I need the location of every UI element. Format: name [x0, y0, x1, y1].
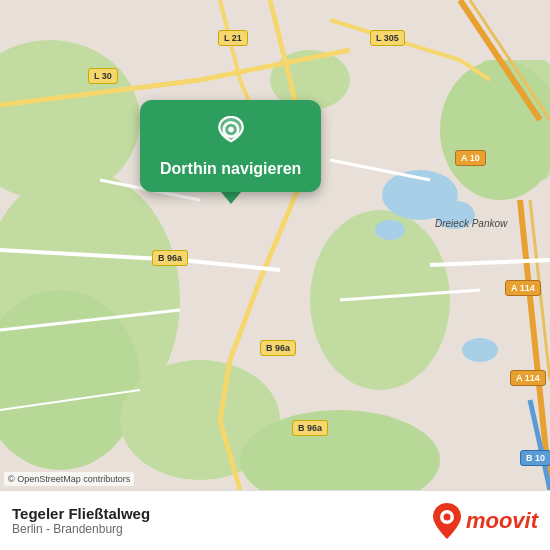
road-badge-a114-top: A 114 — [505, 280, 541, 296]
road-badge-a114-bot: A 114 — [510, 370, 546, 386]
svg-point-41 — [228, 127, 233, 132]
moovit-logo: moovit — [432, 503, 538, 539]
map-attribution: © OpenStreetMap contributors — [4, 472, 134, 486]
road-badge-l305: L 305 — [370, 30, 405, 46]
road-badge-a10: A 10 — [455, 150, 486, 166]
map-svg — [0, 0, 550, 490]
road-badge-b96a-top: B 96a — [152, 250, 188, 266]
location-pin-icon — [213, 116, 249, 152]
moovit-pin-icon — [432, 503, 462, 539]
place-label-dreieck: Dreieck Pankow — [435, 218, 507, 229]
popup-tail — [221, 192, 241, 204]
svg-point-13 — [462, 338, 498, 362]
map-view[interactable]: L 30 L 21 L 305 A 10 B 96a B 96a B 96a A… — [0, 0, 550, 490]
road-badge-l30: L 30 — [88, 68, 118, 84]
moovit-text: moovit — [466, 508, 538, 534]
bottom-bar: Tegeler Fließtalweg Berlin - Brandenburg… — [0, 490, 550, 550]
location-info: Tegeler Fließtalweg Berlin - Brandenburg — [12, 505, 432, 536]
navigation-popup[interactable]: Dorthin navigieren — [140, 100, 321, 204]
popup-bubble[interactable]: Dorthin navigieren — [140, 100, 321, 192]
location-subtitle: Berlin - Brandenburg — [12, 522, 432, 536]
svg-point-43 — [443, 513, 450, 520]
road-badge-b96a-bot: B 96a — [292, 420, 328, 436]
svg-point-12 — [375, 220, 405, 240]
road-badge-l21: L 21 — [218, 30, 248, 46]
location-title: Tegeler Fließtalweg — [12, 505, 432, 522]
popup-label: Dorthin navigieren — [160, 160, 301, 178]
road-badge-b10: B 10 — [520, 450, 550, 466]
road-badge-b96a-mid: B 96a — [260, 340, 296, 356]
